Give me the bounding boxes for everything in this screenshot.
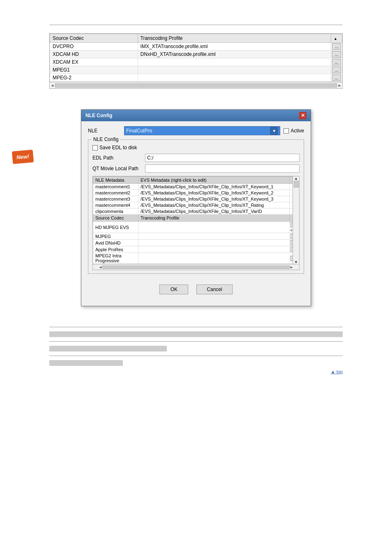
inner-codec-cell: HD MJPEG EVS bbox=[93, 222, 138, 233]
inner-scroll-indicator: ≡ bbox=[291, 229, 293, 232]
top-table-scrollbar-header: ▲ bbox=[331, 34, 342, 43]
inner-profile-header: Transcoding Profile bbox=[138, 215, 290, 222]
inner-codec-row: MJPEG ... bbox=[93, 233, 299, 240]
top-table-row: XDCAM HD DNxHD_XTATranscode.profile.xml … bbox=[50, 51, 342, 58]
top-dots-button[interactable]: ... bbox=[332, 59, 341, 65]
inner-codec-row: Apple ProRes ... bbox=[93, 246, 299, 253]
save-edl-checkbox[interactable] bbox=[92, 145, 98, 150]
bottom-divider-3 bbox=[49, 356, 343, 356]
inner-profile-cell bbox=[138, 240, 290, 246]
top-table-row: XDCAM EX ... bbox=[50, 58, 342, 66]
top-btn-cell[interactable]: ... bbox=[331, 43, 342, 51]
top-dots-button[interactable]: ... bbox=[332, 74, 341, 81]
qt-movie-label: QT Movie Local Path bbox=[92, 166, 142, 171]
edl-path-label: EDL Path bbox=[92, 155, 142, 161]
inner-metadata-row: mastercomment1 /EVS_Metadatas/Clips_Info… bbox=[93, 184, 299, 190]
top-codec-cell: MPEG-2 bbox=[50, 74, 138, 82]
top-divider bbox=[49, 25, 343, 25]
new-badge: New! bbox=[12, 150, 34, 164]
dialog-body: NLE FinalCutPro ▼ Active NLE Config Save… bbox=[81, 121, 311, 306]
inner-scroll-thumb[interactable] bbox=[294, 181, 299, 187]
top-horizontal-scrollbar[interactable]: ◄ ► bbox=[50, 82, 342, 88]
top-codec-cell: XDCAM HD bbox=[50, 51, 138, 58]
inner-codec-row: MPEG2 Intra Progressive ... bbox=[93, 253, 299, 264]
nle-row: NLE FinalCutPro ▼ Active bbox=[88, 126, 304, 135]
nle-config-dialog: NLE Config ✕ NLE FinalCutPro ▼ Active NL… bbox=[81, 109, 311, 306]
inner-metadata-row: mastercomment3 /EVS_Metadatas/Clips_Info… bbox=[93, 196, 299, 202]
nle-metadata-cell: clipcommenta bbox=[93, 208, 138, 215]
inner-metadata-row: mastercomment2 /EVS_Metadatas/Clips_Info… bbox=[93, 190, 299, 196]
evs-metadata-cell: /EVS_Metadatas/Clips_Infos/Clip/XFile_Cl… bbox=[138, 184, 290, 190]
scroll-right-arrow[interactable]: ► bbox=[338, 83, 341, 88]
top-link[interactable]: ▲ top bbox=[49, 369, 343, 374]
top-btn-cell[interactable]: ... bbox=[331, 51, 342, 58]
nle-metadata-cell: mastercomment1 bbox=[93, 184, 138, 190]
dialog-buttons: OK Cancel bbox=[88, 278, 304, 301]
bottom-divider-2 bbox=[49, 341, 343, 342]
top-table-header-codec: Source Codec bbox=[50, 34, 138, 43]
inner-scroll-up[interactable]: ▲ bbox=[295, 177, 298, 180]
inner-table-wrapper: NLE Metadata EVS Metadata (right-click t… bbox=[92, 176, 300, 270]
top-profile-cell: DNxHD_XTATranscode.profile.xml bbox=[138, 51, 331, 58]
evs-metadata-cell: /EVS_Metadatas/Clips_Infos/Clip/XFile_Cl… bbox=[138, 202, 290, 208]
dialog-titlebar: NLE Config ✕ bbox=[81, 110, 311, 121]
inner-horizontal-scrollbar[interactable]: ◄ ► bbox=[93, 264, 299, 270]
scroll-thumb[interactable] bbox=[55, 83, 337, 88]
bottom-line-2 bbox=[49, 346, 167, 352]
bottom-section: ▲ top bbox=[0, 319, 392, 378]
top-codec-cell: MPEG1 bbox=[50, 66, 138, 74]
inner-codec-header: Source Codec bbox=[93, 215, 138, 222]
top-profile-cell: IMX_XTATranscode.profile.xml bbox=[138, 43, 331, 51]
scroll-up-icon[interactable]: ▲ bbox=[334, 37, 337, 41]
inner-metadata-row: mastercomment4 /EVS_Metadatas/Clips_Info… bbox=[93, 202, 299, 208]
inner-header-nle: NLE Metadata bbox=[93, 177, 138, 184]
top-dots-button[interactable]: ... bbox=[332, 51, 341, 58]
bottom-line-1 bbox=[49, 331, 343, 337]
qt-movie-row: QT Movie Local Path bbox=[92, 164, 300, 173]
dialog-close-button[interactable]: ✕ bbox=[299, 112, 307, 119]
top-profile-cell bbox=[138, 74, 331, 82]
ok-button[interactable]: OK bbox=[159, 284, 188, 294]
inner-codec-row: Avid DNxHD ... bbox=[93, 240, 299, 246]
scroll-left-arrow[interactable]: ◄ bbox=[51, 83, 54, 88]
top-dots-button[interactable]: ... bbox=[332, 67, 341, 73]
nle-metadata-cell: mastercomment2 bbox=[93, 190, 138, 196]
inner-profile-cell bbox=[138, 222, 290, 233]
top-btn-cell[interactable]: ... bbox=[331, 74, 342, 82]
inner-codec-cell: MJPEG bbox=[93, 233, 138, 240]
bottom-line-3 bbox=[49, 360, 123, 366]
top-table-row: DVCPRO IMX_XTATranscode.profile.xml ... bbox=[50, 43, 342, 51]
inner-codec-row: HD MJPEG EVS ... ≡ bbox=[93, 222, 299, 233]
inner-vertical-scrollbar[interactable]: ▲ ▼ bbox=[293, 176, 299, 264]
inner-table: NLE Metadata EVS Metadata (right-click t… bbox=[93, 176, 299, 264]
top-codec-cell: XDCAM EX bbox=[50, 58, 138, 66]
inner-scroll-down[interactable]: ▼ bbox=[295, 260, 298, 264]
evs-metadata-cell: /EVS_Metadatas/Clips_Infos/Clip/XFile_Cl… bbox=[138, 190, 290, 196]
nle-dropdown[interactable]: FinalCutPro ▼ bbox=[124, 126, 280, 135]
top-btn-cell[interactable]: ... bbox=[331, 66, 342, 74]
inner-codec-cell: Apple ProRes bbox=[93, 246, 138, 253]
inner-scroll-right[interactable]: ► bbox=[290, 265, 293, 269]
top-profile-cell bbox=[138, 66, 331, 74]
dialog-title: NLE Config bbox=[85, 113, 112, 118]
top-btn-cell[interactable]: ... bbox=[331, 58, 342, 66]
inner-codec-cell: MPEG2 Intra Progressive bbox=[93, 253, 138, 264]
group-legend: NLE Config bbox=[92, 136, 120, 142]
nle-value: FinalCutPro bbox=[126, 128, 152, 134]
edl-path-input[interactable] bbox=[145, 154, 300, 162]
nle-metadata-cell: mastercomment4 bbox=[93, 202, 138, 208]
qt-movie-input[interactable] bbox=[145, 164, 300, 173]
save-edl-label: Save EDL to disk bbox=[99, 145, 137, 150]
edl-path-row: EDL Path bbox=[92, 154, 300, 162]
cancel-button[interactable]: Cancel bbox=[196, 284, 232, 294]
save-edl-row: Save EDL to disk bbox=[92, 145, 300, 150]
inner-profile-cell bbox=[138, 233, 290, 240]
dropdown-arrow-button[interactable]: ▼ bbox=[270, 127, 278, 135]
top-dots-button[interactable]: ... bbox=[332, 43, 341, 50]
active-checkbox[interactable] bbox=[284, 128, 289, 134]
top-codec-table: Source Codec Transcoding Profile ▲ DVCPR… bbox=[50, 34, 342, 82]
inner-profile-cell bbox=[138, 246, 290, 253]
top-codec-table-wrapper: Source Codec Transcoding Profile ▲ DVCPR… bbox=[49, 33, 343, 89]
inner-scroll-left[interactable]: ◄ bbox=[99, 265, 102, 269]
inner-h-thumb[interactable] bbox=[102, 266, 290, 269]
